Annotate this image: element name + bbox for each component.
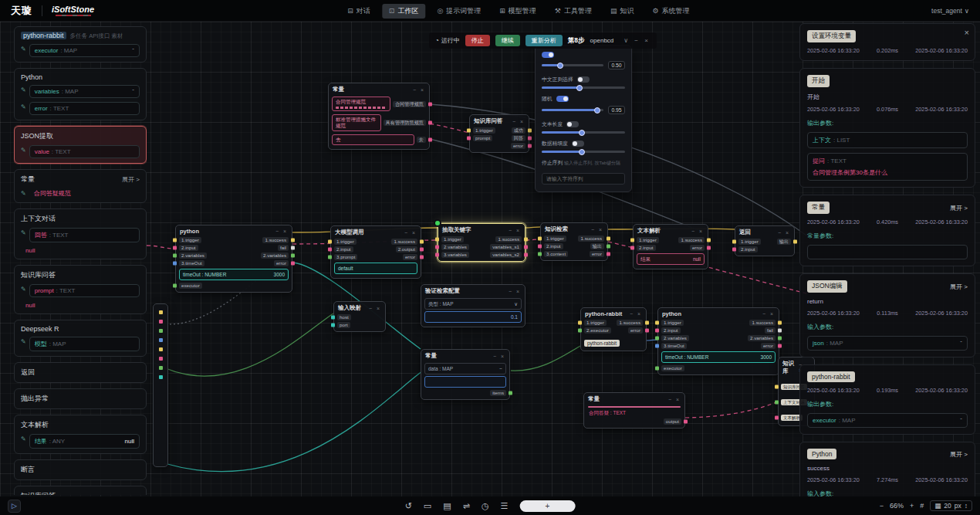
port-error[interactable]: error — [511, 143, 525, 149]
palette-card-6[interactable]: Deepseek R✎模型: MAP — [14, 320, 147, 357]
node-常量-10[interactable]: 常量− ×data : MAP− items — [421, 349, 510, 400]
list-icon[interactable]: ☰ — [500, 501, 508, 511]
node-python-12[interactable]: python− ×1.trigger1.success2.inputfail2.… — [657, 307, 779, 375]
palette-card-0[interactable]: python-rabbit多任务 API接口 素材✎executor: MAPˆ — [14, 26, 147, 63]
palette-field[interactable]: prompt: TEXT — [29, 284, 140, 297]
palette-field[interactable]: executor: MAPˆ — [29, 44, 140, 57]
slider-knob[interactable] — [579, 149, 585, 155]
palette-card-3[interactable]: 常量展开 >✎合同答疑规范 — [14, 169, 147, 203]
palette-card-11[interactable]: 知识库问答✎prompt: TEXTnull — [14, 486, 147, 495]
port-3.variables[interactable]: 3.variables — [441, 252, 469, 258]
node-知识检索-5[interactable]: 知识检索− ×1.trigger1.success2.input输出3.cont… — [540, 222, 608, 261]
expand-link[interactable]: 展开 > — [950, 204, 968, 212]
port-1.success[interactable]: 1.success — [678, 237, 705, 243]
port-output[interactable]: output — [664, 418, 681, 425]
node-知识库问答-1[interactable]: 知识库问答− ×1.trigger成功prompt回答error — [469, 114, 529, 153]
port-1.trigger[interactable]: 1.trigger — [637, 237, 659, 243]
expand-link[interactable]: 展开 > — [950, 283, 968, 291]
node-window-controls[interactable]: − × — [762, 311, 775, 317]
palette-card-8[interactable]: 抛出异常 — [14, 388, 147, 409]
node-文本解析-6[interactable]: 文本解析− ×1.trigger1.success2.inputerror结果n… — [633, 224, 708, 269]
nav-item-4[interactable]: ⚒工具管理 — [548, 4, 599, 19]
node-抽取关键字-4[interactable]: 抽取关键字− ×1.trigger1.success2.variablesvar… — [438, 223, 525, 262]
nav-item-5[interactable]: ▤知识 — [603, 4, 641, 19]
edit-icon[interactable]: ✎ — [21, 147, 26, 154]
close-icon[interactable]: × — [965, 28, 969, 37]
port-2.variables[interactable]: 2.variables — [661, 335, 689, 341]
chevron-up-icon[interactable]: ˆ — [960, 340, 962, 347]
node-输入映射-9[interactable]: 输入映射− ×hostport — [333, 301, 386, 332]
port-variables_s1[interactable]: variables_s1 — [490, 244, 522, 250]
port-2.variables[interactable]: 2.variables — [748, 335, 776, 341]
slider-knob[interactable] — [576, 85, 583, 91]
slider-knob[interactable] — [557, 63, 563, 69]
node-window-controls[interactable]: − × — [275, 229, 288, 234]
port-3.context[interactable]: 3.context — [544, 251, 568, 257]
port-1.success[interactable]: 1.success — [262, 237, 289, 243]
node-window-controls[interactable]: − × — [493, 354, 505, 359]
port-2.input[interactable]: 2.input — [179, 245, 198, 251]
node-window-controls[interactable]: − × — [668, 397, 681, 402]
node-常量-13[interactable]: 常量− ×合同答疑 : TEXToutput — [583, 392, 685, 429]
slider-track-3[interactable] — [542, 131, 625, 134]
window-controls[interactable]: ∨ − × — [623, 37, 651, 44]
palette-field[interactable]: 结果: ANYnull — [29, 434, 140, 449]
port-error[interactable]: error — [690, 245, 705, 251]
setting-toggle-1[interactable] — [577, 76, 590, 83]
port-3.prompt[interactable]: 3.prompt — [334, 254, 357, 260]
node-返回-7[interactable]: 返回− ×1.trigger输出2.input — [735, 225, 795, 256]
port-回答[interactable]: 回答 — [512, 135, 525, 141]
node-input-box[interactable]: 合同管理规范 — [332, 97, 390, 111]
node-input-box[interactable]: 标准管理措施文件规范 — [332, 114, 381, 131]
palette-card-1[interactable]: Python✎variables: MAPˆ✎error: TEXT — [14, 68, 147, 120]
slider-knob[interactable] — [594, 107, 600, 114]
port-输出[interactable]: 输出 — [590, 243, 604, 249]
palette-card-10[interactable]: 断言 — [14, 459, 147, 480]
chevron-up-icon[interactable]: ˆ — [132, 88, 134, 95]
slider-knob[interactable] — [579, 130, 585, 136]
port-2.input[interactable]: 2.input — [544, 243, 563, 249]
grid-size-control[interactable]: ▦20px↕ — [930, 500, 972, 511]
port-1.success[interactable]: 1.success — [749, 320, 776, 326]
port-1.trigger[interactable]: 1.trigger — [334, 239, 357, 245]
node-field[interactable]: 结果null — [637, 253, 705, 265]
node-field[interactable]: timeOut : NUMBER3000 — [661, 351, 776, 363]
setting-toggle-2[interactable] — [556, 96, 569, 102]
palette-field[interactable]: 模型: MAP — [29, 337, 140, 351]
setting-toggle-0[interactable] — [542, 52, 554, 58]
edit-icon[interactable]: ✎ — [21, 435, 26, 442]
node-field[interactable] — [424, 376, 506, 388]
nav-item-6[interactable]: ⚙系统管理 — [645, 4, 696, 19]
port-2.variables[interactable]: 2.variables — [179, 252, 207, 259]
node-常量-0[interactable]: 常量− ×合同管理规范合同管理规范标准管理措施文件规范具有管理防范规范去去 — [328, 83, 430, 150]
edit-icon[interactable]: ✎ — [21, 286, 26, 293]
zoom-in-button[interactable]: + — [910, 502, 914, 510]
node-field[interactable]: timeOut : NUMBER3000 — [179, 269, 289, 280]
exec-field-0[interactable]: json: MAPˆ — [807, 336, 968, 351]
exec-field-0[interactable] — [807, 245, 968, 259]
palette-field[interactable]: variables: MAPˆ — [29, 85, 140, 98]
port-成功[interactable]: 成功 — [512, 127, 525, 134]
flow-icon[interactable]: ⇌ — [463, 501, 470, 511]
node-python-rabbit-11[interactable]: python-rabbit− ×1.trigger1.success2.exec… — [580, 307, 647, 351]
edit-icon[interactable]: ✎ — [21, 338, 26, 345]
slider-track-2[interactable] — [542, 109, 603, 111]
port-1.success[interactable]: 1.success — [578, 235, 604, 242]
port-executor[interactable]: executor — [661, 365, 684, 371]
port-2.variables[interactable]: 2.variables — [441, 244, 469, 250]
palette-card-7[interactable]: 返回 — [14, 362, 147, 383]
node-window-controls[interactable]: − × — [778, 230, 790, 235]
port-error[interactable]: error — [403, 254, 417, 260]
setting-toggle-4[interactable] — [572, 141, 584, 147]
palette-field[interactable]: value: TEXT — [29, 145, 140, 158]
edit-icon[interactable]: ✎ — [21, 86, 26, 93]
port-1.trigger[interactable]: 1.trigger — [441, 236, 464, 242]
exec-field-0[interactable]: 上下文: LIST — [807, 132, 968, 148]
undo-icon[interactable]: ↺ — [405, 501, 412, 511]
port-3.timeOut[interactable]: 3.timeOut — [661, 343, 687, 349]
port-输出[interactable]: 输出 — [777, 239, 791, 245]
port-1.success[interactable]: 1.success — [617, 320, 643, 326]
port-1.trigger[interactable]: 1.trigger — [179, 237, 201, 243]
expand-link[interactable]: 展开 > — [122, 175, 140, 184]
nav-item-1[interactable]: ⊡工作区 — [382, 4, 426, 19]
